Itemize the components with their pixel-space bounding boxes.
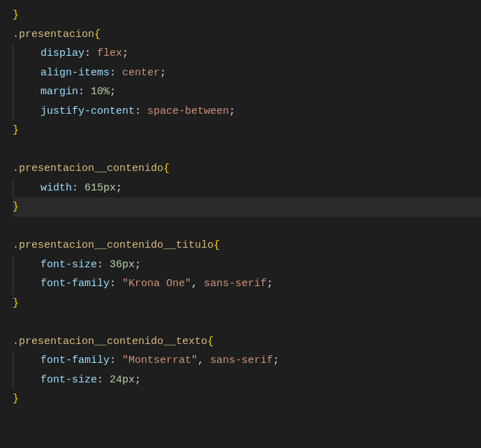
colon: : — [84, 47, 97, 59]
semicolon: ; — [229, 105, 235, 117]
comma: , — [198, 354, 210, 366]
css-property: font-size — [40, 259, 97, 271]
code-line[interactable]: } — [13, 121, 481, 140]
semicolon: ; — [110, 86, 116, 98]
colon: : — [97, 374, 110, 386]
css-selector: .presentacion__contenido__titulo — [13, 239, 214, 251]
code-line[interactable]: .presentacion__contenido__texto{ — [13, 332, 481, 352]
css-property: width — [40, 182, 72, 194]
semicolon: ; — [135, 374, 141, 386]
css-unit: px — [122, 374, 135, 386]
css-property: display — [40, 47, 84, 59]
code-line[interactable]: } — [13, 294, 481, 313]
open-brace: { — [94, 29, 101, 40]
code-line[interactable]: justify-content: space-between; — [13, 102, 481, 121]
css-number: 615 — [84, 182, 103, 194]
css-value: sans-serif — [204, 278, 267, 290]
semicolon: ; — [160, 67, 166, 79]
css-property: margin — [40, 86, 78, 98]
code-line[interactable]: font-family: "Montserrat", sans-serif; — [13, 351, 481, 371]
indent-guide — [13, 255, 40, 275]
code-line[interactable]: } — [13, 389, 481, 409]
css-property: align-items — [40, 67, 110, 79]
semicolon: ; — [135, 259, 141, 271]
css-string: "Krona One" — [122, 278, 191, 290]
indent-guide — [13, 351, 40, 371]
close-brace: } — [13, 201, 19, 213]
css-selector: .presentacion__contenido__texto — [13, 336, 207, 348]
code-line[interactable]: .presentacion{ — [13, 25, 481, 45]
indent-guide — [13, 64, 40, 83]
open-brace: { — [214, 239, 220, 251]
colon: : — [72, 182, 84, 194]
css-property: font-family — [40, 354, 110, 366]
code-line[interactable]: .presentacion__contenido{ — [13, 159, 481, 179]
code-line[interactable] — [13, 140, 481, 160]
css-number: 24 — [110, 374, 122, 386]
semicolon: ; — [267, 278, 273, 290]
css-selector: .presentacion__contenido — [13, 163, 163, 174]
indent-guide — [13, 44, 40, 64]
code-line[interactable]: margin: 10%; — [13, 82, 481, 102]
colon: : — [78, 86, 91, 98]
code-line[interactable]: width: 615px; — [13, 179, 481, 198]
css-number: 36 — [110, 259, 122, 271]
open-brace: { — [207, 336, 214, 348]
colon: : — [135, 105, 147, 117]
colon: : — [110, 278, 122, 290]
css-unit: px — [122, 259, 135, 271]
code-line[interactable]: .presentacion__contenido__titulo{ — [13, 236, 481, 255]
indent-guide — [13, 102, 40, 121]
colon: : — [110, 354, 122, 366]
code-line[interactable]: } — [13, 197, 481, 217]
code-line[interactable]: font-size: 36px; — [13, 255, 481, 275]
close-brace: } — [13, 393, 19, 405]
close-brace: } — [13, 297, 19, 309]
open-brace: { — [163, 163, 170, 174]
css-property: font-family — [40, 278, 110, 290]
colon: : — [110, 67, 122, 79]
semicolon: ; — [116, 182, 122, 194]
code-editor[interactable]: }.presentacion{ display: flex; align-ite… — [13, 6, 481, 409]
css-number: 10 — [91, 86, 103, 98]
css-value: flex — [97, 47, 122, 59]
comma: , — [191, 278, 204, 290]
close-brace: } — [13, 124, 19, 136]
indent-guide — [13, 274, 40, 294]
code-line[interactable]: font-size: 24px; — [13, 371, 481, 390]
code-line[interactable] — [13, 313, 481, 332]
css-unit: px — [103, 182, 116, 194]
code-line[interactable]: align-items: center; — [13, 64, 481, 83]
close-brace: } — [13, 9, 19, 21]
css-property: justify-content — [40, 105, 135, 117]
css-string: "Montserrat" — [122, 354, 198, 366]
colon: : — [97, 259, 110, 271]
semicolon: ; — [273, 354, 279, 366]
indent-guide — [13, 179, 40, 198]
css-property: font-size — [40, 374, 97, 386]
css-value: center — [122, 67, 160, 79]
code-line[interactable]: display: flex; — [13, 44, 481, 64]
css-value: space-between — [147, 105, 229, 117]
css-value: sans-serif — [210, 354, 273, 366]
indent-guide — [13, 82, 40, 102]
code-line[interactable]: font-family: "Krona One", sans-serif; — [13, 274, 481, 294]
css-unit: % — [103, 86, 110, 98]
semicolon: ; — [122, 47, 128, 59]
css-selector: .presentacion — [13, 29, 94, 40]
code-line[interactable] — [13, 217, 481, 237]
code-line[interactable]: } — [13, 6, 481, 25]
indent-guide — [13, 371, 40, 390]
